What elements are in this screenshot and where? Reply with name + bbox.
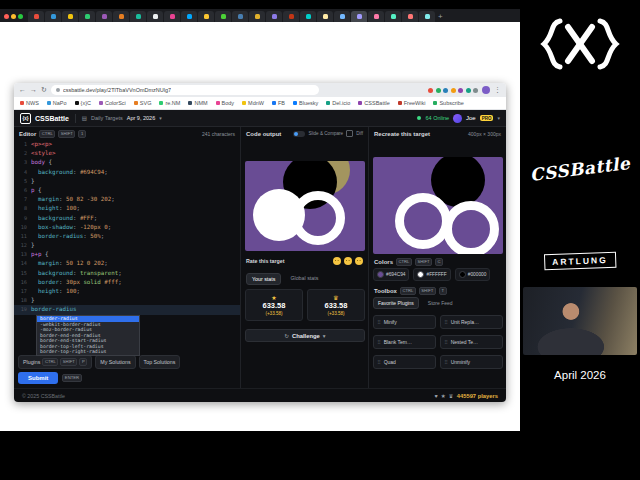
code-line[interactable]: 4 background: #694C94; <box>14 168 240 177</box>
code-line[interactable]: 11 border-radius: 50%; <box>14 232 240 241</box>
browser-tab[interactable] <box>96 11 112 22</box>
browser-tab[interactable] <box>266 11 282 22</box>
stats-tab-your-stats[interactable]: Your stats <box>246 273 281 285</box>
browser-menu-icon[interactable]: ⋮ <box>494 83 501 97</box>
code-line[interactable]: 10 box-shadow: -120px 0; <box>14 223 240 232</box>
code-line[interactable]: 2<style> <box>14 149 240 158</box>
user-menu-chevron-icon[interactable]: ▾ <box>497 115 500 121</box>
username[interactable]: Joe <box>466 115 476 121</box>
code-line[interactable]: 18} <box>14 296 240 305</box>
neutral-face-icon[interactable] <box>344 257 352 265</box>
stats-tab-global-stats[interactable]: Global stats <box>285 273 323 285</box>
plugin-item[interactable]: ⠿Minify <box>373 315 436 329</box>
editor-tab-plugins[interactable]: PluginsCTRLSHIFTP <box>18 355 92 369</box>
slide-compare-toggle[interactable] <box>293 131 305 137</box>
daily-targets-link[interactable]: Daily Targets <box>91 115 123 121</box>
color-chip[interactable]: #FFFFFF <box>413 268 450 281</box>
code-area[interactable]: 1<p><p>2<style>3body {4 background: #694… <box>14 140 240 316</box>
browser-tab[interactable] <box>45 11 61 22</box>
code-line[interactable]: 12} <box>14 241 240 250</box>
code-line[interactable]: 19border-radius <box>14 305 240 314</box>
code-line[interactable]: 14 margin: 50 12 0 202; <box>14 259 240 268</box>
browser-tab[interactable] <box>249 11 265 22</box>
heart-eyes-face-icon[interactable] <box>355 257 363 265</box>
extension-icon[interactable] <box>458 88 463 93</box>
back-icon[interactable]: ← <box>19 83 26 97</box>
color-chip[interactable]: #000000 <box>455 268 491 281</box>
brand-title[interactable]: CSSBattle <box>35 115 69 122</box>
address-bar[interactable]: cssbattle.dev/play/2TlTbaVVnOmDmzNUlg7 <box>51 85 319 95</box>
browser-tab[interactable] <box>351 11 367 22</box>
bookmark-item[interactable]: Body <box>216 100 235 106</box>
footer-icon[interactable]: ♥ <box>435 393 438 399</box>
target-date[interactable]: Apr 9, 2026 <box>127 115 155 121</box>
plugin-item[interactable]: ⠿Nested Te… <box>440 335 503 349</box>
code-line[interactable]: 6p { <box>14 186 240 195</box>
browser-tab[interactable] <box>147 11 163 22</box>
window-control-icon[interactable] <box>18 14 23 19</box>
browser-tab[interactable] <box>28 11 44 22</box>
forward-icon[interactable]: → <box>30 83 37 97</box>
extension-icon[interactable] <box>443 88 448 93</box>
browser-tab[interactable] <box>79 11 95 22</box>
browser-tab[interactable] <box>215 11 231 22</box>
bookmark-item[interactable]: SVG <box>134 100 152 106</box>
window-control-icon[interactable] <box>4 14 9 19</box>
browser-tab[interactable] <box>181 11 197 22</box>
bookmark-item[interactable]: NMM <box>188 100 207 106</box>
footer-icon[interactable]: ★ <box>441 393 446 399</box>
refresh-icon[interactable]: ↻ <box>41 83 47 97</box>
bookmark-item[interactable]: ColorSci <box>99 100 126 106</box>
chevron-down-icon[interactable]: ▾ <box>159 115 162 121</box>
code-line[interactable]: 1<p><p> <box>14 140 240 149</box>
bookmark-item[interactable]: {x}C <box>75 100 91 106</box>
extension-icon[interactable] <box>451 88 456 93</box>
extension-icon[interactable] <box>436 88 441 93</box>
code-line[interactable]: 5} <box>14 177 240 186</box>
browser-tab[interactable] <box>232 11 248 22</box>
extension-icon[interactable] <box>473 88 478 93</box>
browser-tab[interactable] <box>402 11 418 22</box>
plugin-item[interactable]: ⠿Unit Repla… <box>440 315 503 329</box>
bookmark-item[interactable]: Subscribe <box>433 100 463 106</box>
code-line[interactable]: 17 height: 100; <box>14 287 240 296</box>
bookmark-item[interactable]: FreeWiki <box>398 100 426 106</box>
toolbox-tab-favorite-plugins[interactable]: Favorite Plugins <box>373 297 419 309</box>
browser-tab[interactable] <box>62 11 78 22</box>
bookmark-item[interactable]: re.NM <box>159 100 180 106</box>
plugin-item[interactable]: ⠿Blank Tem… <box>373 335 436 349</box>
bookmark-item[interactable]: CSSBattle <box>358 100 389 106</box>
editor-tab-top-solutions[interactable]: Top Solutions <box>139 355 181 369</box>
browser-tab[interactable] <box>198 11 214 22</box>
browser-tab[interactable] <box>300 11 316 22</box>
plugin-item[interactable]: ⠿Quad <box>373 355 436 369</box>
submit-button[interactable]: Submit <box>18 372 58 384</box>
plugin-item[interactable]: ⠿Unminify <box>440 355 503 369</box>
browser-tab[interactable] <box>283 11 299 22</box>
extension-icon[interactable] <box>466 88 471 93</box>
color-chip[interactable]: #694C94 <box>373 268 409 281</box>
bookmark-item[interactable]: FB <box>272 100 285 106</box>
extension-icon[interactable] <box>428 88 433 93</box>
bookmark-item[interactable]: Del.icio <box>326 100 350 106</box>
code-line[interactable]: 7 margin: 50 82 -30 202; <box>14 195 240 204</box>
code-line[interactable]: 8 height: 100; <box>14 204 240 213</box>
bookmark-item[interactable]: MdnW <box>242 100 264 106</box>
angry-face-icon[interactable] <box>333 257 341 265</box>
browser-tab[interactable] <box>317 11 333 22</box>
browser-tab[interactable] <box>164 11 180 22</box>
code-line[interactable]: 16 border: 30px solid #fff; <box>14 278 240 287</box>
new-tab-button[interactable]: + <box>438 11 443 22</box>
code-line[interactable]: 15 background: transparent; <box>14 269 240 278</box>
browser-tab[interactable] <box>419 11 435 22</box>
diff-checkbox[interactable] <box>346 130 353 137</box>
autocomplete-option[interactable]: border-top-right-radius <box>37 349 139 355</box>
toolbox-tab-store-feed[interactable]: Store Feed <box>424 298 457 308</box>
code-line[interactable]: 9 background: #FFF; <box>14 214 240 223</box>
window-control-icon[interactable] <box>11 14 16 19</box>
browser-profile-avatar[interactable] <box>482 86 490 94</box>
editor-tab-my-solutions[interactable]: My Solutions <box>95 355 135 369</box>
user-avatar[interactable] <box>453 114 462 123</box>
browser-tab[interactable] <box>368 11 384 22</box>
browser-tab[interactable] <box>334 11 350 22</box>
